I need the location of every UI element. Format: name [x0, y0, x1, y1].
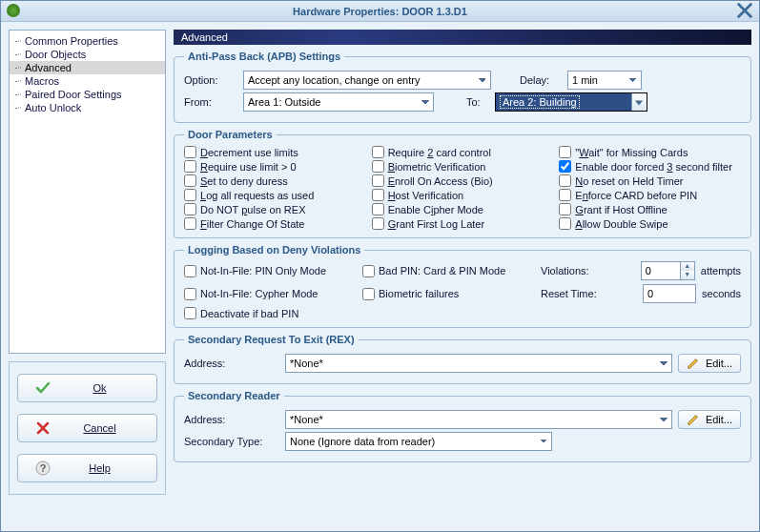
chk-nif-cypher[interactable]: Not-In-File: Cypher Mode: [184, 288, 357, 300]
pencil-icon: [687, 413, 700, 426]
chk-require-2-card-control[interactable]: Require 2 card control: [372, 146, 554, 158]
rex-address-select[interactable]: *None*: [285, 354, 672, 373]
help-button[interactable]: ? Help: [17, 454, 157, 482]
secondary-rex-group: Secondary Request To Exit (REX) Address:…: [174, 334, 751, 384]
chk-wait-for-missing-cards[interactable]: "Wait" for Missing Cards: [559, 146, 741, 158]
rex-edit-button[interactable]: Edit...: [678, 354, 741, 373]
check-icon: [35, 380, 51, 396]
section-header: Advanced: [174, 30, 751, 45]
nav-label: Macros: [25, 75, 59, 87]
apb-to-value: Area 2: Building: [500, 95, 580, 109]
help-icon: ?: [35, 460, 51, 476]
nav-label: Paired Door Settings: [25, 89, 122, 100]
secondary-reader-group: Secondary Reader Address: *None* Edit...…: [174, 390, 751, 462]
nav-label: Advanced: [25, 62, 72, 73]
chk-log-all-requests-as-used[interactable]: Log all requests as used: [184, 189, 366, 201]
chk-allow-double-swipe[interactable]: Allow Double Swipe: [559, 217, 741, 230]
chk-biometric-failures[interactable]: Biometric failures: [362, 288, 535, 300]
reader-sectype-label: Secondary Type:: [184, 436, 279, 447]
nav-item-macros[interactable]: Macros: [10, 74, 165, 88]
chk-deactivate-if-bad-pin[interactable]: Deactivate if bad PIN: [184, 307, 357, 319]
apb-legend: Anti-Pass Back (APB) Settings: [184, 51, 344, 62]
pencil-icon: [687, 357, 700, 370]
rex-address-label: Address:: [184, 358, 279, 369]
logging-group: Logging Based on Deny Violations Not-In-…: [174, 244, 751, 328]
chk-biometric-verification[interactable]: Biometric Verification: [372, 160, 554, 173]
apb-option-select[interactable]: Accept any location, change on entry: [243, 71, 491, 90]
chk-set-to-deny-duress[interactable]: Set to deny duress: [184, 174, 366, 187]
nav-tree: Common Properties Door Objects Advanced …: [9, 30, 166, 354]
apb-delay-label: Delay:: [520, 74, 562, 86]
reset-time-unit: seconds: [702, 288, 741, 299]
door-params-group: Door Parameters Decrement use limits Req…: [174, 129, 751, 238]
chk-grant-first-log-later[interactable]: Grant First Log Later: [372, 217, 554, 230]
violations-unit: attempts: [701, 265, 741, 276]
cancel-button[interactable]: Cancel: [17, 414, 157, 442]
edit-label: Edit...: [706, 358, 732, 369]
apb-option-label: Option:: [184, 74, 237, 86]
nav-item-door-objects[interactable]: Door Objects: [10, 48, 165, 61]
reader-address-label: Address:: [184, 414, 279, 425]
titlebar: Hardware Properties: DOOR 1.3.D1: [1, 1, 759, 22]
nav-label: Door Objects: [25, 49, 86, 60]
chk-do-not-pulse-on-rex[interactable]: Do NOT pulse on REX: [184, 203, 366, 215]
violations-spinner[interactable]: ▲▼: [641, 261, 695, 280]
apb-from-select[interactable]: Area 1: Outside: [243, 92, 434, 112]
nav-item-common-properties[interactable]: Common Properties: [10, 34, 165, 48]
chk-decrement-use-limits[interactable]: Decrement use limits: [184, 146, 366, 158]
apb-group: Anti-Pass Back (APB) Settings Option: Ac…: [174, 51, 751, 123]
chevron-down-icon: [631, 93, 647, 111]
nav-label: Common Properties: [25, 35, 118, 47]
chk-enable-door-forced-3s[interactable]: Enable door forced 3 second filter: [559, 160, 741, 173]
window-title: Hardware Properties: DOOR 1.3.D1: [293, 6, 467, 17]
help-label: Help: [70, 462, 149, 474]
chk-enable-cipher-mode[interactable]: Enable Cipher Mode: [372, 203, 554, 215]
chk-enroll-on-access-bio[interactable]: Enroll On Access (Bio): [372, 174, 554, 187]
ok-button[interactable]: Ok: [17, 374, 157, 402]
violations-label: Violations:: [541, 265, 635, 276]
svg-text:?: ?: [40, 462, 47, 474]
reader-address-select[interactable]: *None*: [285, 410, 672, 429]
ok-label: Ok: [70, 382, 149, 394]
nav-item-auto-unlock[interactable]: Auto Unlock: [10, 101, 165, 114]
door-params-legend: Door Parameters: [184, 129, 277, 140]
chk-grant-if-host-offline[interactable]: Grant if Host Offline: [559, 203, 741, 215]
chk-bad-pin-card-and-pin[interactable]: Bad PIN: Card & PIN Mode: [362, 265, 535, 277]
cancel-label: Cancel: [70, 422, 149, 434]
chk-no-reset-on-held-timer[interactable]: No reset on Held Timer: [559, 174, 741, 187]
violations-input[interactable]: [641, 261, 681, 280]
secondary-reader-legend: Secondary Reader: [184, 390, 284, 401]
chk-filter-change-of-state[interactable]: Filter Change Of State: [184, 217, 366, 230]
app-icon: [7, 4, 20, 17]
reset-time-input[interactable]: [643, 284, 696, 303]
dialog-buttons: Ok Cancel ? Help: [9, 361, 166, 495]
apb-to-select[interactable]: Area 2: Building: [495, 92, 647, 112]
close-icon[interactable]: [736, 4, 753, 17]
nav-item-advanced[interactable]: Advanced: [10, 61, 165, 74]
edit-label: Edit...: [706, 414, 732, 425]
chk-enforce-card-before-pin[interactable]: Enforce CARD before PIN: [559, 189, 741, 201]
x-icon: [35, 420, 51, 436]
section-header-label: Advanced: [181, 31, 228, 43]
apb-to-label: To:: [466, 96, 489, 108]
spinner-arrows-icon[interactable]: ▲▼: [681, 261, 695, 280]
chk-nif-pin-only[interactable]: Not-In-File: PIN Only Mode: [184, 265, 357, 277]
chk-host-verification[interactable]: Host Verification: [372, 189, 554, 201]
apb-from-label: From:: [184, 96, 237, 108]
reset-time-label: Reset Time:: [541, 288, 637, 299]
logging-legend: Logging Based on Deny Violations: [184, 244, 364, 256]
secondary-rex-legend: Secondary Request To Exit (REX): [184, 334, 359, 345]
reader-sectype-select[interactable]: None (Ignore data from reader): [285, 432, 552, 451]
reader-edit-button[interactable]: Edit...: [678, 410, 741, 429]
nav-label: Auto Unlock: [25, 102, 81, 113]
nav-item-paired-door-settings[interactable]: Paired Door Settings: [10, 88, 165, 101]
chk-require-use-limit-gt-0[interactable]: Require use limit > 0: [184, 160, 366, 173]
apb-delay-select[interactable]: 1 min: [567, 71, 642, 90]
